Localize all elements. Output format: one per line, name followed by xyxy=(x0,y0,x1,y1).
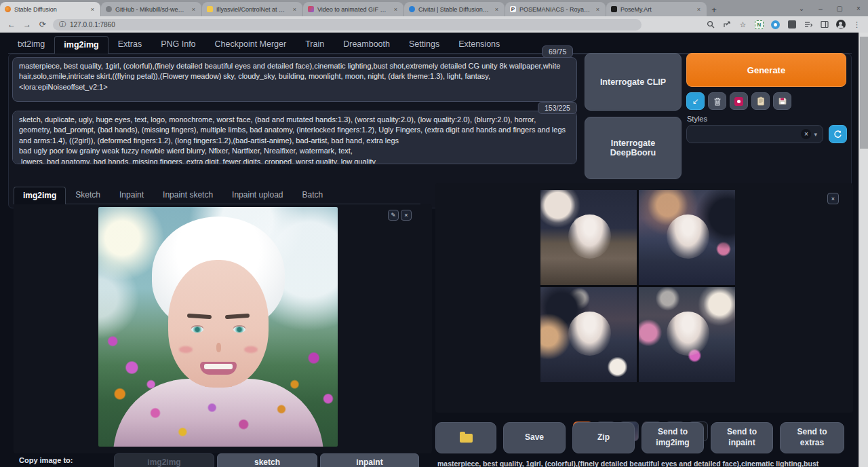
minimize-button[interactable]: – xyxy=(811,0,830,16)
share-icon[interactable] xyxy=(722,20,732,30)
civitai-favicon xyxy=(409,6,415,12)
tab-title: PoseMy.Art xyxy=(620,6,692,13)
site-info-icon[interactable]: ⓘ xyxy=(59,20,66,29)
edit-image-button[interactable]: ✎ xyxy=(388,210,399,221)
copy-to-inpaint-button[interactable]: inpaint xyxy=(320,453,419,467)
generate-button[interactable]: Generate xyxy=(686,53,846,87)
huggingface-favicon xyxy=(207,6,213,12)
new-tab-button[interactable]: + xyxy=(707,3,721,16)
tab-close-icon[interactable]: × xyxy=(191,6,197,13)
tab-list-icon[interactable] xyxy=(803,20,813,30)
remove-image-button[interactable]: × xyxy=(401,210,412,221)
forward-button[interactable]: → xyxy=(22,20,33,29)
tab-png-info[interactable]: PNG Info xyxy=(151,35,205,53)
mode-tab-sketch[interactable]: Sketch xyxy=(66,186,110,204)
prompt-textarea[interactable]: masterpiece, best quality, 1girl, (color… xyxy=(12,57,577,102)
browser-tab-civitai[interactable]: Civitai | Stable Diffusion model × xyxy=(404,2,505,16)
tab-close-icon[interactable]: × xyxy=(595,6,601,13)
styles-clear-icon[interactable]: × xyxy=(801,129,811,139)
address-bar[interactable]: ⓘ 127.0.0.1:7860 xyxy=(53,19,642,31)
browser-tab-github[interactable]: GitHub - Mikubill/sd-webui-con × xyxy=(101,2,201,16)
save-button[interactable]: Save xyxy=(503,422,566,453)
url-text: 127.0.0.1:7860 xyxy=(70,21,115,29)
extension-blue-icon[interactable] xyxy=(770,20,781,30)
mode-tab-inpaint-upload[interactable]: Inpaint upload xyxy=(222,186,292,204)
portrait-blush xyxy=(179,346,193,353)
profile-avatar[interactable] xyxy=(835,20,846,30)
portrait-eye xyxy=(233,326,245,333)
extension-n-icon[interactable]: N xyxy=(754,20,764,30)
tab-txt2img[interactable]: txt2img xyxy=(8,35,54,53)
tab-close-icon[interactable]: × xyxy=(292,6,298,13)
mode-tab-batch[interactable]: Batch xyxy=(293,186,333,204)
tab-close-icon[interactable]: × xyxy=(393,6,399,13)
interrogate-deepbooru-button[interactable]: Interrogate DeepBooru xyxy=(585,117,682,179)
send-to-extras-button[interactable]: Send to extras xyxy=(780,422,844,453)
tab-checkpoint-merger[interactable]: Checkpoint Merger xyxy=(205,35,296,53)
zoom-icon[interactable] xyxy=(705,20,715,30)
scrollbar-thumb[interactable] xyxy=(860,37,868,149)
reload-button[interactable]: ⟳ xyxy=(37,20,48,29)
source-image-portrait[interactable] xyxy=(98,207,338,447)
webui-page: txt2img img2img Extras PNG Info Checkpoi… xyxy=(0,33,868,467)
tab-close-icon[interactable]: × xyxy=(696,6,702,13)
browser-tab-posemyart[interactable]: PoseMy.Art × xyxy=(606,2,707,16)
tab-extras[interactable]: Extras xyxy=(108,35,151,53)
tab-close-icon[interactable]: × xyxy=(90,6,96,13)
figure xyxy=(667,312,709,355)
tab-search-chevron-icon[interactable]: ⌄ xyxy=(792,0,811,16)
mode-tab-inpaint-sketch[interactable]: Inpaint sketch xyxy=(153,186,222,204)
maximize-button[interactable]: ▢ xyxy=(830,0,849,16)
tab-img2img[interactable]: img2img xyxy=(54,36,108,54)
generation-info-text: masterpiece, best quality, 1girl, (color… xyxy=(437,460,851,467)
mode-tab-inpaint[interactable]: Inpaint xyxy=(110,186,153,204)
open-folder-button[interactable] xyxy=(435,422,496,453)
copy-to-img2img-button: img2img xyxy=(114,453,214,467)
posemaniacs-favicon: P xyxy=(510,6,516,12)
browser-tab-controlnet[interactable]: Illyasviel/ControlNet at main × xyxy=(202,2,302,16)
interrogate-clip-button[interactable]: Interrogate CLIP xyxy=(585,53,682,111)
page-scrollbar[interactable] xyxy=(859,33,868,467)
gallery-image-grid[interactable] xyxy=(540,190,735,382)
tab-train[interactable]: Train xyxy=(296,35,334,53)
clear-prompt-button[interactable] xyxy=(708,92,726,110)
gallery-image-3[interactable] xyxy=(540,287,637,382)
browser-menu-icon[interactable]: ⋮ xyxy=(852,20,862,30)
tab-title: Illyasviel/ControlNet at main xyxy=(216,6,288,13)
main-nav-tabs: txt2img img2img Extras PNG Info Checkpoi… xyxy=(8,35,852,54)
send-to-inpaint-button[interactable]: Send to inpaint xyxy=(711,422,773,453)
mode-tab-img2img[interactable]: img2img xyxy=(14,187,66,204)
browser-tab-gif-converter[interactable]: Video to animated GIF converter × xyxy=(303,2,403,16)
negative-prompt-textarea[interactable]: sketch, duplicate, ugly, huge eyes, text… xyxy=(12,111,577,164)
browser-tab-stable-diffusion[interactable]: Stable Diffusion × xyxy=(0,2,100,16)
copy-to-sketch-button[interactable]: sketch xyxy=(217,453,317,467)
tab-dreambooth[interactable]: Dreambooth xyxy=(334,35,399,53)
zip-button[interactable]: Zip xyxy=(572,422,635,453)
back-button[interactable]: ← xyxy=(6,20,17,29)
gallery-image-2[interactable] xyxy=(639,190,735,285)
portrait-blush xyxy=(244,346,258,353)
portrait-teeth xyxy=(204,364,233,369)
sidebar-icon[interactable] xyxy=(819,20,829,30)
gallery-image-1[interactable] xyxy=(540,190,637,285)
extra-networks-button[interactable] xyxy=(730,92,748,110)
prompt-tool-row: ↙ xyxy=(686,92,791,110)
img2img-mode-tabs: img2img Sketch Inpaint Inpaint sketch In… xyxy=(14,186,420,204)
send-to-img2img-button[interactable]: Send to img2img xyxy=(642,422,704,453)
bookmark-star-icon[interactable]: ☆ xyxy=(738,20,748,30)
browser-tab-posemaniacs[interactable]: P POSEMANIACS - Royalty free 3 × xyxy=(505,2,606,16)
tab-extensions[interactable]: Extensions xyxy=(449,35,509,53)
extensions-puzzle-icon[interactable] xyxy=(787,20,797,30)
window-controls: ⌄ – ▢ × xyxy=(792,0,868,16)
save-style-button[interactable] xyxy=(773,92,791,110)
gallery-close-button[interactable]: × xyxy=(827,193,839,204)
refresh-styles-button[interactable] xyxy=(829,125,847,143)
tab-close-icon[interactable]: × xyxy=(494,6,500,13)
tab-settings[interactable]: Settings xyxy=(399,35,449,53)
close-window-button[interactable]: × xyxy=(849,0,868,16)
read-parameters-button[interactable]: ↙ xyxy=(686,92,705,110)
styles-dropdown[interactable]: × ▾ xyxy=(686,125,823,143)
browser-toolbar: ← → ⟳ ⓘ 127.0.0.1:7860 ☆ N ⋮ xyxy=(0,16,868,33)
gallery-image-4[interactable] xyxy=(639,287,735,382)
apply-style-button[interactable] xyxy=(751,92,770,110)
